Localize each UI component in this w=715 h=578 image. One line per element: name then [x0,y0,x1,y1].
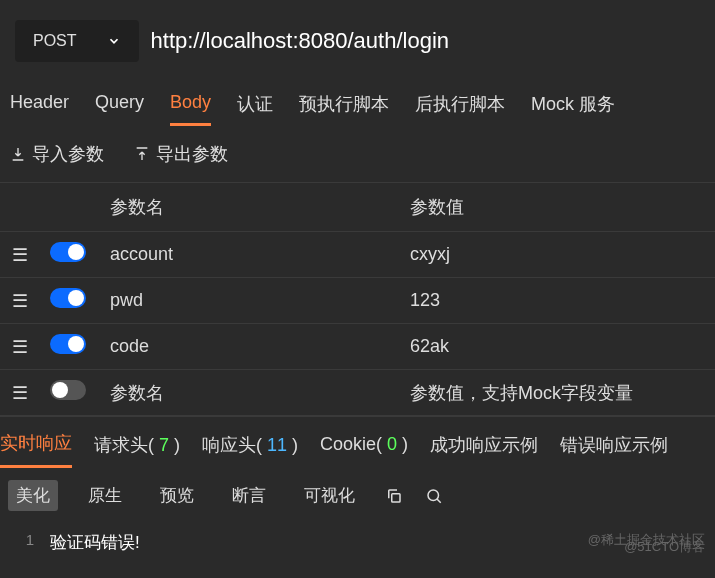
response-tabs: 实时响应请求头( 7 )响应头( 11 )Cookie( 0 )成功响应示例错误… [0,416,715,468]
tab-prescript[interactable]: 预执行脚本 [299,92,389,126]
response-toolbar: 美化 原生 预览 断言 可视化 [0,468,715,523]
drag-handle-icon[interactable]: ☰ [0,232,40,278]
param-value[interactable]: 123 [400,278,715,324]
tab-auth[interactable]: 认证 [237,92,273,126]
drag-handle-icon[interactable]: ☰ [0,324,40,370]
method-select[interactable]: POST [15,20,139,62]
drag-handle-icon[interactable]: ☰ [0,370,40,416]
tool-beautify[interactable]: 美化 [8,480,58,511]
enable-toggle[interactable] [50,380,86,400]
tool-visual[interactable]: 可视化 [296,480,363,511]
copy-icon[interactable] [385,487,403,505]
table-row: ☰ account cxyxj [0,232,715,278]
tab-header[interactable]: Header [10,92,69,126]
import-params-button[interactable]: 导入参数 [10,142,104,166]
search-icon[interactable] [425,487,443,505]
export-params-button[interactable]: 导出参数 [134,142,228,166]
svg-rect-0 [392,493,400,501]
param-value[interactable]: cxyxj [400,232,715,278]
response-tab[interactable]: 响应头( 11 ) [202,433,298,467]
param-value[interactable]: 62ak [400,324,715,370]
tool-assert[interactable]: 断言 [224,480,274,511]
enable-toggle[interactable] [50,334,86,354]
svg-line-2 [437,499,441,503]
method-label: POST [33,32,77,50]
line-number: 1 [10,531,50,554]
enable-toggle[interactable] [50,242,86,262]
table-row-empty: ☰ 参数名 参数值，支持Mock字段变量 [0,370,715,416]
tool-raw[interactable]: 原生 [80,480,130,511]
col-value: 参数值 [400,183,715,232]
table-row: ☰ code 62ak [0,324,715,370]
response-tab[interactable]: Cookie( 0 ) [320,434,408,465]
chevron-down-icon [107,34,121,48]
tab-mock[interactable]: Mock 服务 [531,92,615,126]
col-name: 参数名 [100,183,400,232]
param-table: 参数名 参数值 ☰ account cxyxj ☰ pwd 123 ☰ code… [0,182,715,416]
param-name[interactable]: pwd [100,278,400,324]
response-tab[interactable]: 错误响应示例 [560,433,668,467]
response-body: 1 验证码错误! @稀土掘金技术社区 @51CTO博客 [0,523,715,562]
request-tabs: Header Query Body 认证 预执行脚本 后执行脚本 Mock 服务 [0,82,715,126]
response-tab[interactable]: 成功响应示例 [430,433,538,467]
import-icon [10,146,26,162]
enable-toggle[interactable] [50,288,86,308]
response-tab[interactable]: 实时响应 [0,431,72,468]
response-tab[interactable]: 请求头( 7 ) [94,433,180,467]
watermark-bottom: @51CTO博客 [624,538,705,556]
url-input[interactable]: http://localhost:8080/auth/login [151,28,449,54]
tab-body[interactable]: Body [170,92,211,126]
tab-postscript[interactable]: 后执行脚本 [415,92,505,126]
response-text: 验证码错误! [50,531,140,554]
tool-preview[interactable]: 预览 [152,480,202,511]
param-value-input[interactable]: 参数值，支持Mock字段变量 [400,370,715,416]
svg-point-1 [428,490,439,501]
tab-query[interactable]: Query [95,92,144,126]
param-name[interactable]: code [100,324,400,370]
drag-handle-icon[interactable]: ☰ [0,278,40,324]
table-row: ☰ pwd 123 [0,278,715,324]
param-name[interactable]: account [100,232,400,278]
param-name-input[interactable]: 参数名 [100,370,400,416]
export-icon [134,146,150,162]
